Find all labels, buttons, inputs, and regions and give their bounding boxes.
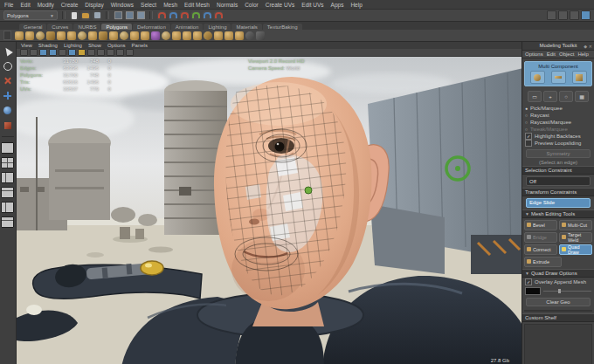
- menu-apps[interactable]: Apps: [331, 2, 344, 8]
- radio-raycast[interactable]: ○ Raycast: [525, 112, 591, 119]
- vp-menu-show[interactable]: Show: [88, 43, 101, 48]
- save-scene-icon[interactable]: [93, 11, 101, 20]
- shelf-tool-icon[interactable]: [67, 31, 76, 40]
- select-object-icon[interactable]: [125, 11, 134, 20]
- shelf-tool-icon[interactable]: [109, 31, 118, 40]
- checkbox-highlight-backfaces[interactable]: ✓ Highlight Backfaces: [525, 133, 591, 140]
- viewport-scene[interactable]: [17, 56, 521, 364]
- safe-action-icon[interactable]: [78, 49, 86, 56]
- radio-pick-marquee[interactable]: ● Pick/Marquee: [525, 105, 591, 112]
- shelf-tool-icon[interactable]: [78, 31, 86, 40]
- custom-shelf-area[interactable]: [524, 324, 592, 364]
- bridge-button[interactable]: Bridge: [524, 232, 557, 243]
- shelf-tool-icon[interactable]: [57, 31, 66, 40]
- shelf-tool-icon[interactable]: [235, 31, 244, 40]
- overlay-color-swatch[interactable]: [525, 287, 541, 295]
- shelf-menu-icon[interactable]: [3, 31, 11, 40]
- connect-button[interactable]: Connect: [524, 244, 557, 255]
- select-tool-icon[interactable]: [2, 45, 13, 57]
- shelf-tool-icon[interactable]: [25, 31, 34, 40]
- wireframe-mode-icon[interactable]: [97, 49, 105, 56]
- snap-curve-icon[interactable]: [169, 11, 177, 20]
- safe-title-icon[interactable]: [87, 49, 95, 56]
- shelf-tab-curves[interactable]: Curves: [47, 24, 73, 30]
- paint-select-tool-icon[interactable]: [2, 75, 13, 86]
- checkbox-overlay-append-mesh[interactable]: ✓ Overlay Append Mesh: [522, 278, 594, 286]
- menu-help[interactable]: Help: [350, 2, 362, 8]
- custom-shelf-header[interactable]: Custom Shelf: [522, 313, 594, 322]
- scale-tool-icon[interactable]: [2, 120, 13, 131]
- menu-windows[interactable]: Windows: [111, 2, 134, 8]
- toolkit-menu-help[interactable]: Help: [577, 52, 588, 57]
- target-weld-button[interactable]: Target Weld: [559, 232, 592, 243]
- shelf-tool-icon[interactable]: [88, 31, 97, 40]
- shelf-tab-animation[interactable]: Animation: [171, 24, 204, 30]
- selection-constraint-dropdown[interactable]: Off: [526, 176, 591, 186]
- textured-mode-icon[interactable]: [116, 49, 124, 56]
- two-pane-side-layout-button[interactable]: [1, 172, 14, 183]
- menu-normals[interactable]: Normals: [217, 2, 238, 8]
- shelf-tool-icon[interactable]: [204, 31, 212, 40]
- snap-view-icon[interactable]: [203, 11, 211, 20]
- shelf-tool-icon[interactable]: [193, 31, 202, 40]
- shelf-tool-icon[interactable]: [245, 31, 254, 40]
- extrude-button[interactable]: Extrude: [524, 257, 562, 267]
- shelf-tool-icon[interactable]: [224, 31, 233, 40]
- vp-menu-lighting[interactable]: Lighting: [64, 43, 82, 48]
- shelf-tool-icon[interactable]: [15, 31, 24, 40]
- gate-mask-icon[interactable]: [59, 49, 66, 56]
- new-scene-icon[interactable]: [70, 11, 79, 20]
- snap-plane-icon[interactable]: [191, 11, 200, 20]
- transform-constraint-dropdown[interactable]: Edge Slide: [526, 198, 591, 208]
- move-tool-icon[interactable]: [2, 90, 13, 101]
- close-icon[interactable]: ✕: [589, 44, 592, 49]
- two-pane-stacked-layout-button[interactable]: [1, 187, 14, 198]
- hypershade-persp-layout-button[interactable]: [1, 216, 14, 228]
- outliner-persp-layout-button[interactable]: [1, 202, 14, 213]
- rotate-button[interactable]: ○: [559, 91, 573, 102]
- menu-select[interactable]: Select: [141, 2, 156, 8]
- mesh-editing-tools-header[interactable]: ▼ Mesh Editing Tools: [522, 209, 594, 218]
- symmetry-button[interactable]: Symmetry: [526, 149, 591, 158]
- quad-draw-options-header[interactable]: ▼ Quad Draw Options: [522, 269, 594, 278]
- move-button[interactable]: +: [543, 91, 557, 102]
- checkbox-preview-loopsliding[interactable]: Preview Loopsliding: [525, 140, 591, 147]
- menu-file[interactable]: File: [4, 2, 13, 8]
- pin-icon[interactable]: ◆: [584, 44, 587, 49]
- edge-mode-button[interactable]: [551, 71, 566, 84]
- vp-menu-view[interactable]: View: [21, 43, 32, 48]
- menu-mesh[interactable]: Mesh: [163, 2, 177, 8]
- radio-tweak-marquee[interactable]: ○ Tweak/Marquee: [525, 126, 591, 133]
- toggle-modeling-toolkit-icon[interactable]: [581, 10, 591, 20]
- menu-create[interactable]: Create: [61, 2, 79, 8]
- vp-menu-panels[interactable]: Panels: [132, 43, 148, 48]
- menu-set-dropdown[interactable]: Polygons ▼: [3, 10, 58, 20]
- shelf-tab-deformation[interactable]: Deformation: [133, 24, 170, 30]
- shelf-tool-icon[interactable]: [172, 31, 181, 40]
- viewport[interactable]: View Shading Lighting Show Options Panel…: [17, 42, 521, 364]
- multi-cut-button[interactable]: Multi-Cut: [559, 220, 592, 230]
- face-mode-button[interactable]: [572, 71, 587, 84]
- clear-geo-button[interactable]: Clear Geo: [526, 298, 591, 306]
- snap-grid-icon[interactable]: [157, 11, 166, 20]
- shelf-tool-icon[interactable]: [46, 31, 55, 40]
- shelf-tool-icon[interactable]: [183, 31, 191, 40]
- menu-display[interactable]: Display: [85, 2, 103, 8]
- bevel-button[interactable]: Bevel: [524, 220, 557, 230]
- menu-create-uvs[interactable]: Create UVs: [266, 2, 295, 8]
- quad-draw-button[interactable]: Quad Draw: [559, 244, 592, 255]
- shelf-tool-icon[interactable]: [141, 31, 149, 40]
- shelf-tool-icon[interactable]: [151, 31, 160, 40]
- toggle-attribute-editor-icon[interactable]: [547, 10, 556, 20]
- toolkit-menu-object[interactable]: Object: [559, 52, 574, 57]
- overlay-opacity-slider[interactable]: [543, 291, 591, 292]
- shelf-tab-general[interactable]: General: [19, 24, 46, 30]
- vp-menu-options[interactable]: Options: [107, 43, 126, 48]
- scale-button[interactable]: ▦: [575, 91, 589, 102]
- shelf-tab-nurbs[interactable]: NURBS: [73, 24, 100, 30]
- open-scene-icon[interactable]: [81, 11, 90, 20]
- shelf-tool-icon[interactable]: [120, 31, 128, 40]
- shelf-tab-materials[interactable]: Materials: [231, 24, 261, 30]
- menu-edit-mesh[interactable]: Edit Mesh: [184, 2, 210, 8]
- toggle-tool-settings-icon[interactable]: [558, 10, 568, 20]
